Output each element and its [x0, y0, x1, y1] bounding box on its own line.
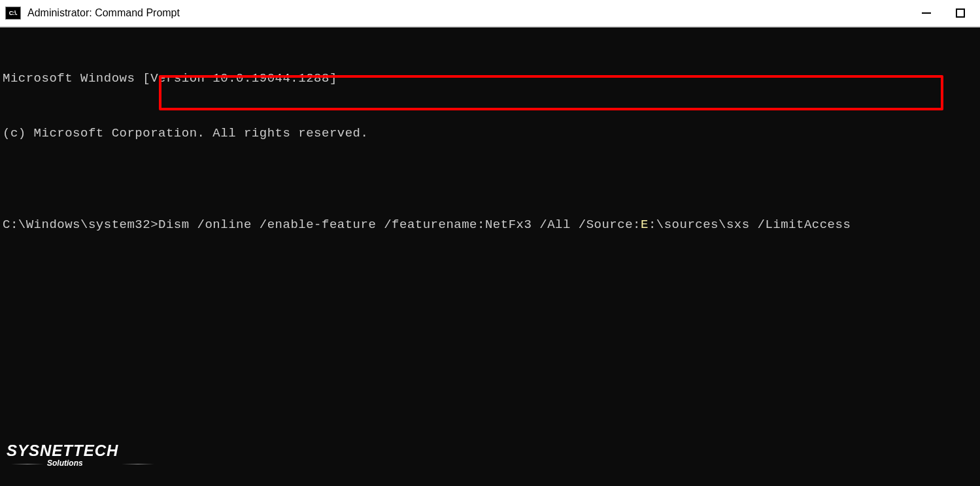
minimize-button[interactable] — [920, 7, 933, 20]
window-controls — [920, 7, 967, 20]
console-output[interactable]: Microsoft Windows [Version 10.0.19044.12… — [0, 27, 980, 257]
watermark: SYSNETTECH Solutions — [7, 442, 118, 468]
window-title: Administrator: Command Prompt — [27, 7, 920, 19]
console-line-copyright: (c) Microsoft Corporation. All rights re… — [3, 124, 977, 142]
command-drive-letter: E — [641, 216, 649, 234]
window-titlebar: C:\. Administrator: Command Prompt — [0, 0, 980, 27]
console-prompt-line: C:\Windows\system32>Dism /online /enable… — [3, 216, 977, 234]
watermark-tagline: Solutions — [47, 459, 118, 468]
command-pre: Dism /online /enable-feature /featurenam… — [158, 216, 641, 234]
maximize-button[interactable] — [954, 7, 967, 20]
minimize-icon — [922, 12, 931, 14]
maximize-icon — [956, 8, 965, 18]
command-post: :\sources\sxs /LimitAccess — [649, 216, 851, 234]
console-line-version: Microsoft Windows [Version 10.0.19044.12… — [3, 69, 977, 88]
prompt-path: C:\Windows\system32> — [3, 216, 158, 234]
watermark-brand: SYSNETTECH — [7, 442, 118, 460]
app-icon: C:\. — [5, 7, 21, 20]
